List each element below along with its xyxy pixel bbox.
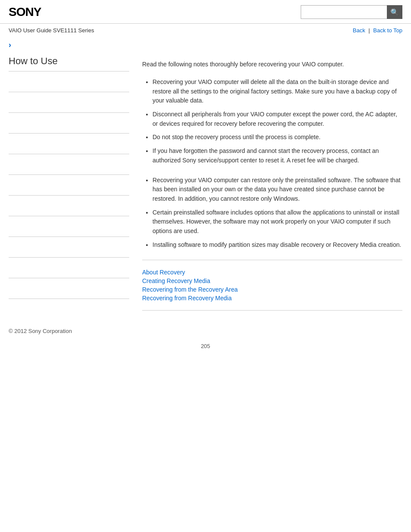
sidebar-divider-2 bbox=[9, 112, 129, 113]
search-button[interactable]: 🔍 bbox=[387, 5, 402, 19]
sidebar-title: How to Use bbox=[9, 56, 129, 67]
sidebar-divider-4 bbox=[9, 154, 129, 154]
sidebar-item-1 bbox=[9, 76, 129, 87]
page-number: 205 bbox=[0, 339, 411, 358]
main-container: How to Use Read the following notes thor… bbox=[0, 51, 411, 319]
page-footer: © 2012 Sony Corporation bbox=[0, 319, 411, 339]
sidebar-divider-6 bbox=[9, 195, 129, 196]
sidebar-divider-8 bbox=[9, 236, 129, 237]
content-divider-top bbox=[142, 260, 402, 260]
sidebar-divider-9 bbox=[9, 257, 129, 258]
list-item: If you have forgotten the password and c… bbox=[153, 146, 402, 165]
sidebar-item-3 bbox=[9, 117, 129, 129]
sidebar-item-10 bbox=[9, 262, 129, 274]
link-about-recovery[interactable]: About Recovery bbox=[142, 269, 402, 276]
sidebar-divider-7 bbox=[9, 216, 129, 216]
sidebar-item-9 bbox=[9, 241, 129, 253]
content-area: Read the following notes thoroughly befo… bbox=[138, 51, 402, 319]
sidebar-divider-3 bbox=[9, 133, 129, 134]
back-link[interactable]: Back bbox=[353, 27, 365, 34]
sidebar-divider-1 bbox=[9, 92, 129, 92]
bullet-list-2: Recovering your VAIO computer can restor… bbox=[142, 176, 402, 250]
content-section-1: Recovering your VAIO computer will delet… bbox=[142, 78, 402, 165]
sidebar-divider-10 bbox=[9, 278, 129, 278]
sidebar-item-4 bbox=[9, 138, 129, 149]
search-area: 🔍 bbox=[301, 5, 402, 19]
link-recovering-from-recovery-area[interactable]: Recovering from the Recovery Area bbox=[142, 286, 402, 293]
list-item: Installing software to modify partition … bbox=[153, 240, 402, 250]
sidebar-item-7 bbox=[9, 200, 129, 212]
bullet-list-1: Recovering your VAIO computer will delet… bbox=[142, 78, 402, 165]
sidebar-divider-5 bbox=[9, 174, 129, 175]
link-recovering-from-recovery-media[interactable]: Recovering from Recovery Media bbox=[142, 295, 402, 302]
sidebar-item-11 bbox=[9, 283, 129, 294]
content-divider-bottom bbox=[142, 310, 402, 311]
sony-logo: SONY bbox=[9, 5, 41, 19]
sidebar-divider-11 bbox=[9, 299, 129, 299]
links-section: About Recovery Creating Recovery Media R… bbox=[142, 269, 402, 302]
list-item: Recovering your VAIO computer can restor… bbox=[153, 176, 402, 204]
sub-header: VAIO User Guide SVE1111 Series Back | Ba… bbox=[0, 24, 411, 37]
nav-links: Back | Back to Top bbox=[353, 27, 402, 34]
list-item: Recovering your VAIO computer will delet… bbox=[153, 78, 402, 106]
sidebar-divider-0 bbox=[9, 71, 129, 72]
content-section-2: Recovering your VAIO computer can restor… bbox=[142, 176, 402, 250]
list-item: Certain preinstalled software includes o… bbox=[153, 208, 402, 236]
search-icon: 🔍 bbox=[390, 8, 399, 16]
content-intro: Read the following notes thoroughly befo… bbox=[142, 60, 402, 69]
nav-separator: | bbox=[368, 27, 370, 34]
sidebar: How to Use bbox=[9, 51, 138, 319]
breadcrumb: › bbox=[0, 37, 411, 51]
sidebar-item-6 bbox=[9, 179, 129, 191]
copyright-text: © 2012 Sony Corporation bbox=[9, 328, 72, 334]
sidebar-item-8 bbox=[9, 221, 129, 232]
list-item: Do not stop the recovery process until t… bbox=[153, 133, 402, 142]
search-input[interactable] bbox=[301, 5, 387, 19]
sidebar-item-2 bbox=[9, 96, 129, 108]
back-to-top-link[interactable]: Back to Top bbox=[373, 27, 402, 34]
link-creating-recovery-media[interactable]: Creating Recovery Media bbox=[142, 277, 402, 284]
page-header: SONY 🔍 bbox=[0, 0, 411, 24]
breadcrumb-arrow: › bbox=[9, 40, 11, 49]
sidebar-item-5 bbox=[9, 159, 129, 170]
list-item: Disconnect all peripherals from your VAI… bbox=[153, 110, 402, 128]
guide-title: VAIO User Guide SVE1111 Series bbox=[9, 27, 94, 34]
